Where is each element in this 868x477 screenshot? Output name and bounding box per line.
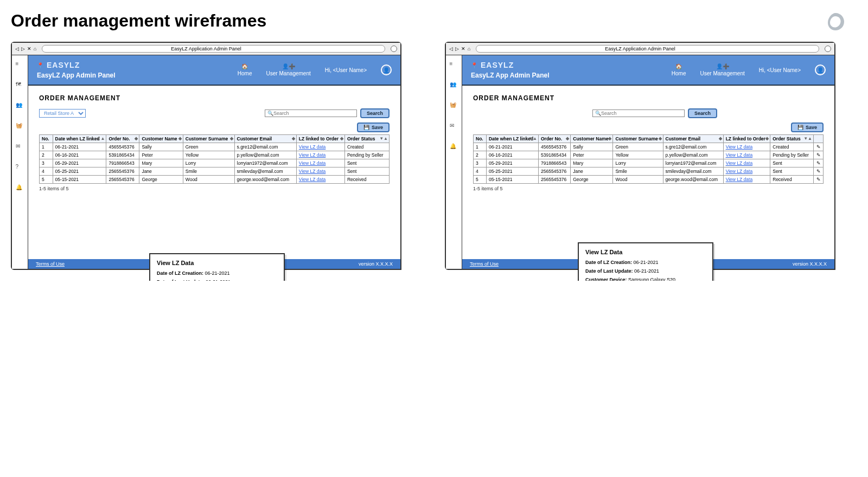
sort-filter-icon[interactable]: ▼▲ [803,136,812,141]
cell: Sent [344,159,389,167]
nav-close-icon[interactable]: ✕ [27,46,31,51]
col-cname[interactable]: Customer Name◆ [139,135,183,143]
val: 06-21-2021 [634,260,659,265]
view-lz-link[interactable]: View LZ data [299,177,326,182]
col-order[interactable]: Order No.◆ [538,135,570,143]
sort-icon[interactable]: ◆ [135,136,138,141]
sort-icon[interactable]: ◆ [230,136,233,141]
col-csurname[interactable]: Customer Surname◆ [613,135,663,143]
col-no[interactable]: No. [40,135,53,143]
nav-fwd-icon[interactable]: ▷ [455,46,459,51]
users-icon[interactable]: 👥 [16,102,24,111]
terms-link[interactable]: Terms of Use [36,261,65,267]
store-select[interactable]: Retail Store A [39,109,86,118]
search-input[interactable] [273,111,354,116]
nav-home[interactable]: 🏠Home [238,63,252,76]
edit-row-icon[interactable]: ✎ [814,151,824,159]
table-row: 106-21-20214565545376SallyGreens.gre12@e… [40,143,390,151]
nav-back-icon[interactable]: ◁ [15,46,19,51]
sort-icon[interactable]: ◆ [178,136,182,141]
col-cemail[interactable]: Customer Email◆ [234,135,296,143]
edit-row-icon[interactable]: ✎ [814,159,824,167]
bell-icon[interactable]: 🔔 [450,143,458,152]
resize-handle-icon[interactable] [395,263,401,270]
basket-icon[interactable]: 🧺 [16,123,24,131]
search-button[interactable]: Search [360,108,390,118]
sort-icon[interactable]: ◆ [292,136,295,141]
sort-icon[interactable]: ◆ [719,136,722,141]
cell: Peter [139,151,183,159]
col-lz[interactable]: LZ linked to Order◆ [296,135,344,143]
cell: Peter [571,151,613,159]
view-lz-link[interactable]: View LZ data [726,160,752,166]
orders-table: No. Date when LZ linked▼▲ Order No.◆ Cus… [39,134,390,184]
cell: Wood [183,176,234,184]
view-lz-link[interactable]: View LZ data [299,152,326,158]
save-button[interactable]: 💾Save [357,123,390,132]
version-text: version X.X.X.X [793,261,827,267]
nav-home-icon[interactable]: ⌂ [34,46,36,51]
sort-icon[interactable]: ◆ [566,136,569,141]
col-cname[interactable]: Customer Name◆ [571,135,613,143]
browser-button-icon[interactable] [391,46,397,52]
mail-icon[interactable]: ✉ [450,123,458,131]
avatar-icon[interactable]: 👤 [381,65,392,75]
nav-home-icon[interactable]: ⌂ [468,46,470,51]
help-icon[interactable]: ? [16,164,24,172]
sort-filter-icon[interactable]: ▼▲ [97,136,105,141]
search-input[interactable] [601,111,682,116]
col-csurname[interactable]: Customer Surname◆ [183,135,234,143]
col-no[interactable]: No. [474,135,487,143]
col-date[interactable]: Date when LZ linked▼▲ [486,135,538,143]
view-lz-link[interactable]: View LZ data [299,169,326,174]
sort-icon[interactable]: ◆ [765,136,769,141]
nav-home[interactable]: 🏠Home [672,63,686,76]
nav-back-icon[interactable]: ◁ [449,46,453,51]
col-order[interactable]: Order No.◆ [106,135,139,143]
resize-handle-icon[interactable] [829,263,835,270]
nav-user-mgmt[interactable]: 👤➕User Management [700,63,744,76]
menu-icon[interactable]: ≡ [16,61,24,69]
view-lz-link[interactable]: View LZ data [299,160,326,166]
col-cemail[interactable]: Customer Email◆ [663,135,723,143]
edit-row-icon[interactable]: ✎ [814,167,824,176]
nav-user-label: User Management [266,70,310,76]
users-icon[interactable]: 👥 [450,81,458,90]
nav-close-icon[interactable]: ✕ [461,46,465,51]
col-status[interactable]: Order Status▼▲ [770,135,814,143]
sort-filter-icon[interactable]: ▼▲ [379,136,388,141]
browser-button-icon[interactable] [825,46,831,52]
search-button[interactable]: Search [688,108,717,118]
edit-row-icon[interactable]: ✎ [814,176,824,184]
brand-pin-icon: 📍 [471,62,477,68]
view-lz-link[interactable]: View LZ data [299,144,326,150]
nav-user-mgmt[interactable]: 👤➕User Management [266,63,310,76]
avatar-icon[interactable]: 👤 [815,65,826,75]
terms-link[interactable]: Terms of Use [470,261,499,267]
window-title: EasyLZ Application Admin Panel [171,46,241,51]
sort-icon[interactable]: ◆ [608,136,611,141]
cell: 05-15-2021 [53,176,106,184]
col-status[interactable]: Order Status▼▲ [344,135,389,143]
sort-icon[interactable]: ◆ [340,136,343,141]
view-lz-link[interactable]: View LZ data [726,152,752,158]
view-lz-link[interactable]: View LZ data [726,144,752,150]
col-date[interactable]: Date when LZ linked▼▲ [53,135,106,143]
nav-fwd-icon[interactable]: ▷ [21,46,25,51]
val: 06-21-2021 [206,279,231,281]
basket-icon[interactable]: 🧺 [450,102,458,111]
edit-row-icon[interactable]: ✎ [814,143,824,151]
map-icon[interactable]: 🗺 [16,81,24,90]
col-lz[interactable]: LZ linked to Order◆ [723,135,770,143]
cell: 4 [474,167,487,176]
bell-icon[interactable]: 🔔 [16,184,24,193]
mail-icon[interactable]: ✉ [16,143,24,152]
sort-icon[interactable]: ◆ [659,136,662,141]
save-button[interactable]: 💾Save [791,123,824,132]
table-counter: 1-5 items of 5 [39,186,390,191]
cell: 2565545376 [106,167,139,176]
menu-icon[interactable]: ≡ [450,61,458,69]
sort-filter-icon[interactable]: ▼▲ [528,136,537,141]
view-lz-link[interactable]: View LZ data [726,169,752,174]
view-lz-link[interactable]: View LZ data [726,177,752,182]
